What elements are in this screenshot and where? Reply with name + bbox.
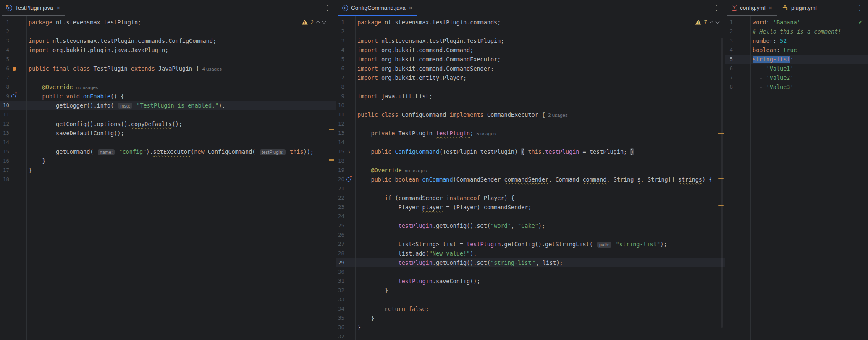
line-number[interactable]: 12 [336, 119, 344, 129]
code-text[interactable]: package nl.stevensmax.testPlugin.command… [355, 18, 501, 27]
code-line[interactable]: 22 if (commandSender instanceof Player) … [336, 193, 725, 203]
code-line[interactable]: 4import org.bukkit.command.Command; [336, 45, 725, 55]
code-line[interactable]: 34 return false; [336, 304, 725, 314]
prev-problem-icon[interactable] [316, 21, 320, 25]
tab-config-yml[interactable]: Yconfig.yml× [727, 0, 777, 16]
warning-stripe-mark[interactable] [718, 133, 724, 134]
line-number[interactable]: 5 [725, 55, 733, 64]
line-number[interactable]: 7 [336, 73, 344, 82]
line-number[interactable]: 1 [336, 18, 344, 27]
code-text[interactable]: import org.bukkit.entity.Player; [355, 73, 467, 82]
line-number[interactable]: 5 [336, 55, 344, 64]
line-number[interactable]: 20 [336, 175, 344, 184]
line-number[interactable]: 29 [336, 258, 344, 267]
line-number[interactable]: 18 [0, 175, 9, 184]
line-number[interactable]: 1 [725, 18, 733, 27]
code-text[interactable]: @Overrideno usages [26, 82, 98, 92]
more-icon[interactable]: ⋮ [852, 4, 868, 12]
line-number[interactable]: 32 [336, 286, 344, 295]
line-number[interactable]: 26 [336, 230, 344, 240]
line-number[interactable]: 17 [0, 166, 9, 175]
code-line[interactable]: 35 } [336, 314, 725, 323]
line-number[interactable]: 3 [336, 36, 344, 45]
line-number[interactable]: 4 [336, 45, 344, 55]
code-text[interactable]: return false; [355, 304, 429, 314]
line-number[interactable]: 8 [336, 82, 344, 92]
line-number[interactable]: 6 [725, 64, 733, 73]
code-line[interactable]: 32 } [336, 286, 725, 295]
code-text[interactable]: testPlugin.saveConfig(); [355, 277, 480, 286]
more-icon[interactable]: ⋮ [319, 4, 336, 12]
code-text[interactable]: if (commandSender instanceof Player) { [355, 193, 514, 203]
code-line[interactable]: 18 [336, 156, 725, 166]
line-number[interactable]: 23 [336, 203, 344, 212]
code-editor[interactable]: 1word: 'Banana'2# Hello this is a commen… [725, 16, 868, 340]
code-text[interactable]: getConfig().options().copyDefaults(); [26, 119, 182, 129]
line-number[interactable]: 31 [336, 277, 344, 286]
code-text[interactable]: import org.bukkit.command.CommandSender; [355, 64, 494, 73]
line-number[interactable]: 24 [336, 212, 344, 221]
warning-stripe-mark[interactable] [718, 178, 724, 179]
code-text[interactable]: testPlugin.getConfig().set("string-list"… [355, 258, 563, 267]
code-line[interactable]: 23 Player player = (Player) commandSende… [336, 203, 725, 212]
code-text[interactable]: } [26, 156, 46, 166]
code-text[interactable]: import org.bukkit.command.Command; [355, 45, 473, 55]
more-icon[interactable]: ⋮ [708, 4, 725, 12]
line-number[interactable]: 27 [336, 240, 344, 249]
code-line[interactable]: 1package nl.stevensmax.testPlugin.comman… [336, 18, 725, 27]
code-text[interactable]: - 'Value1' [750, 64, 794, 73]
inspections-widget[interactable]: ✔ [858, 19, 863, 25]
code-text[interactable]: - 'Value3' [750, 82, 794, 92]
code-text[interactable]: @Overrideno usages [355, 166, 427, 175]
code-text[interactable]: public void onEnable() { [26, 92, 124, 101]
code-line[interactable]: 19 @Overrideno usages [336, 166, 725, 175]
fold-collapsed-icon[interactable]: › [347, 147, 351, 156]
tab-plugin-yml[interactable]: plugin.yml [777, 0, 821, 16]
code-text[interactable]: # Hello this is a comment! [750, 27, 841, 36]
overriding-method-icon[interactable]: ↑ [11, 94, 16, 99]
code-line[interactable]: 7 [0, 73, 336, 82]
line-number[interactable]: 37 [336, 332, 344, 340]
code-line[interactable]: 7 - 'Value2' [725, 73, 868, 82]
line-number[interactable]: 16 [0, 156, 9, 166]
warning-stripe-mark[interactable] [329, 159, 334, 161]
line-number[interactable]: 4 [725, 45, 733, 55]
code-line[interactable]: 24 [336, 212, 725, 221]
line-number[interactable]: 36 [336, 323, 344, 332]
code-line[interactable]: 11public class ConfigCommand implements … [336, 110, 725, 119]
code-line[interactable]: 16 } [0, 156, 336, 166]
line-number[interactable]: 8 [725, 82, 733, 92]
code-line[interactable]: 10 [336, 101, 725, 110]
code-line[interactable]: 15 getCommand( name: "config").setExecut… [0, 147, 336, 156]
line-number[interactable]: 10 [336, 101, 344, 110]
code-text[interactable]: number: 52 [750, 36, 787, 45]
code-line[interactable]: 2# Hello this is a comment! [725, 27, 868, 36]
code-text[interactable]: private TestPlugin testPlugin;5 usages [355, 129, 496, 138]
code-line[interactable]: 10 getLogger().info( msg: "TestPlugin is… [0, 101, 336, 110]
line-number[interactable]: 22 [336, 193, 344, 203]
code-text[interactable]: List<String> list = testPlugin.getConfig… [355, 240, 667, 249]
code-line[interactable]: 13 saveDefaultConfig(); [0, 129, 336, 138]
code-text[interactable]: Player player = (Player) commandSender; [355, 203, 532, 212]
close-icon[interactable]: × [56, 5, 60, 11]
code-text[interactable]: } [355, 323, 361, 332]
line-number[interactable]: 25 [336, 221, 344, 230]
code-line[interactable]: 1package nl.stevensmax.testPlugin; [0, 18, 336, 27]
code-line[interactable]: 15› public ConfigCommand(TestPlugin test… [336, 147, 725, 156]
code-text[interactable]: getCommand( name: "config").setExecutor(… [26, 147, 314, 156]
code-line[interactable]: 6 - 'Value1' [725, 64, 868, 73]
line-number[interactable]: 11 [0, 110, 9, 119]
line-number[interactable]: 21 [336, 184, 344, 193]
tab-testplugin-java[interactable]: CTestPlugin.java× [2, 0, 65, 16]
plugin-main-class-icon[interactable] [13, 67, 16, 71]
next-problem-icon[interactable] [322, 20, 326, 24]
code-line[interactable]: 13 private TestPlugin testPlugin;5 usage… [336, 129, 725, 138]
code-line[interactable]: 6public final class TestPlugin extends J… [0, 64, 336, 73]
code-line[interactable]: 17} [0, 166, 336, 175]
line-number[interactable]: 12 [0, 119, 9, 129]
code-text[interactable]: public final class TestPlugin extends Ja… [26, 64, 222, 73]
code-editor[interactable]: 1package nl.stevensmax.testPlugin.comman… [336, 16, 725, 340]
code-text[interactable]: import nl.stevensmax.testPlugin.commands… [26, 36, 216, 45]
line-number[interactable]: 2 [725, 27, 733, 36]
code-line[interactable]: 14 [336, 138, 725, 147]
